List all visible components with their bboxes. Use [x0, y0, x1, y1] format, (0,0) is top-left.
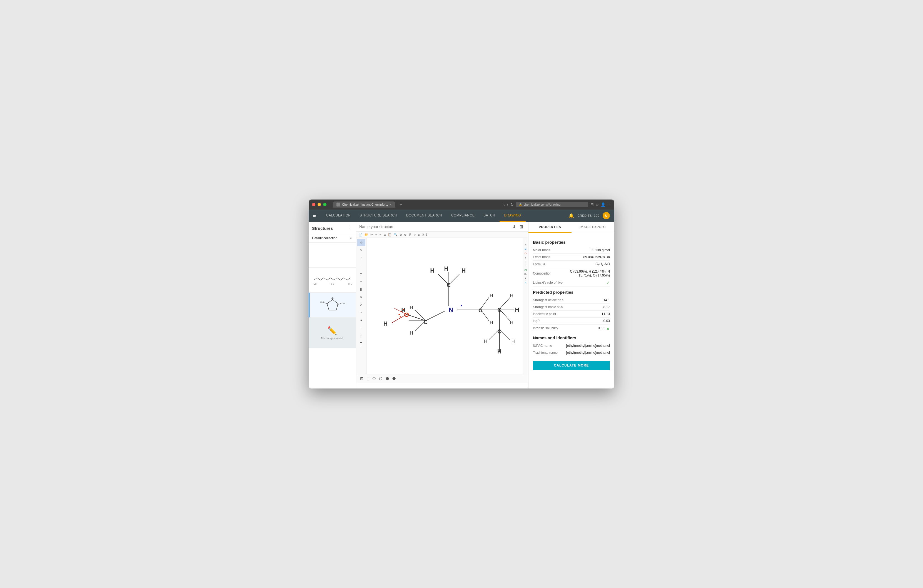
- remove-atom-tool[interactable]: −: [357, 278, 365, 285]
- element-S[interactable]: S: [523, 256, 528, 260]
- pencil-icon: ✏️: [327, 326, 337, 335]
- tab-favicon: [337, 202, 340, 207]
- main-navbar: ∞ CALCULATION STRUCTURE SEARCH DOCUMENT …: [309, 210, 614, 222]
- zoom-btn[interactable]: 🔍: [393, 233, 398, 237]
- eraser-tool[interactable]: /: [357, 255, 365, 262]
- structure-item-1[interactable]: [309, 243, 356, 268]
- redo-btn[interactable]: ↪: [374, 233, 378, 237]
- forward-button[interactable]: ›: [507, 202, 508, 207]
- new-structure-item[interactable]: ✏️ All changes saved.: [309, 318, 356, 348]
- bookmark-icon[interactable]: ☆: [595, 202, 599, 207]
- rect-tool[interactable]: □: [357, 332, 365, 340]
- new-tab-button[interactable]: +: [399, 202, 402, 207]
- settings-btn[interactable]: ⚙: [421, 233, 425, 237]
- panel-tabs: PROPERTIES IMAGE EXPORT: [529, 222, 614, 233]
- new-file-btn[interactable]: 📄: [358, 233, 363, 237]
- prop-iupac-label: IUPAC name: [533, 344, 566, 348]
- r-group-tool[interactable]: R: [357, 294, 365, 301]
- download-button[interactable]: ⬇: [511, 223, 517, 230]
- element-C[interactable]: C: [523, 243, 528, 247]
- add-atom-tool[interactable]: +: [357, 270, 365, 278]
- minimize-button[interactable]: [318, 203, 321, 206]
- calculate-more-button[interactable]: CALCULATE MORE: [533, 361, 610, 370]
- chain-btn[interactable]: ⛓: [408, 233, 412, 237]
- tab-properties[interactable]: PROPERTIES: [529, 222, 572, 233]
- template-btn-6[interactable]: ⬣: [391, 376, 396, 381]
- structure-item-3[interactable]: H₃C CH₃ CH₃: [309, 292, 356, 318]
- svg-text:C: C: [447, 282, 451, 288]
- element-A[interactable]: A: [523, 281, 528, 284]
- sidebar-header: Structures ⋮: [309, 222, 356, 234]
- nav-batch[interactable]: BATCH: [479, 210, 499, 222]
- nav-drawing[interactable]: DRAWING: [499, 210, 526, 222]
- cut-btn[interactable]: ✂: [379, 233, 382, 237]
- element-Cl[interactable]: Cl: [523, 268, 528, 272]
- element-P[interactable]: P: [523, 264, 528, 268]
- back-button[interactable]: ‹: [503, 202, 505, 207]
- logo[interactable]: ∞: [313, 213, 316, 219]
- element-N[interactable]: N: [523, 247, 528, 251]
- select-tool[interactable]: ⊹: [357, 239, 365, 246]
- profile-icon[interactable]: 👤: [601, 202, 605, 207]
- reload-button[interactable]: ↻: [511, 202, 514, 207]
- tool-panel: ⊹ ✎ / ~ + − [] R ↗ → ✦ · □ T: [356, 238, 366, 374]
- undo-btn[interactable]: ↩: [370, 233, 373, 237]
- extensions-icon[interactable]: ⊞: [590, 202, 594, 207]
- template-btn-1[interactable]: ⊡: [359, 376, 364, 381]
- zoom-in-btn[interactable]: ⊕: [399, 233, 402, 237]
- sidebar-menu-button[interactable]: ⋮: [348, 226, 352, 231]
- element-O[interactable]: O: [523, 251, 528, 255]
- prop-basic-pka-value: 8.17: [603, 305, 610, 309]
- nav-compliance[interactable]: COMPLIANCE: [447, 210, 479, 222]
- notifications-icon[interactable]: 🔔: [568, 213, 574, 218]
- template-btn-4[interactable]: ⬡: [378, 376, 383, 381]
- address-bar[interactable]: 🔒 chemicalize.com/#/drawing: [516, 202, 588, 207]
- collection-selector[interactable]: Default collection ▼: [309, 234, 356, 243]
- nav-calculation[interactable]: CALCULATION: [322, 210, 355, 222]
- element-I[interactable]: I: [523, 276, 528, 280]
- svg-text:H: H: [510, 293, 513, 298]
- template-btn-3[interactable]: ⬠: [371, 376, 376, 381]
- nav-structure-search[interactable]: STRUCTURE SEARCH: [355, 210, 401, 222]
- element-H[interactable]: H: [523, 239, 528, 243]
- reaction-tool[interactable]: →: [357, 309, 365, 316]
- prop-lipinski-value: ✓: [606, 280, 610, 285]
- open-btn[interactable]: 📂: [364, 233, 369, 237]
- text-tool[interactable]: T: [357, 340, 365, 347]
- prop-iupac-value: [ethyl(methyl)amino]methanol: [566, 344, 610, 348]
- copy-btn[interactable]: ⧉: [383, 233, 386, 237]
- info-btn[interactable]: ℹ: [425, 233, 428, 237]
- arrow-tool[interactable]: ↗: [357, 301, 365, 309]
- bracket-tool[interactable]: []: [357, 286, 365, 293]
- collection-arrow-icon: ▼: [350, 237, 352, 240]
- tab-image-export[interactable]: IMAGE EXPORT: [572, 222, 614, 233]
- lasso-tool[interactable]: ✎: [357, 247, 365, 254]
- element-Br[interactable]: Br: [523, 272, 528, 276]
- structure-item-2[interactable]: H₃C CH₃ CH₃: [309, 268, 356, 292]
- structure-name-input[interactable]: [359, 225, 510, 229]
- paste-btn[interactable]: 📋: [387, 233, 393, 237]
- tab-close-icon[interactable]: ✕: [389, 203, 392, 206]
- molecule-canvas[interactable]: H H H C H H O: [366, 238, 522, 374]
- template-btn-2[interactable]: ⌶: [366, 376, 370, 381]
- menu-icon[interactable]: ⋮: [607, 202, 611, 207]
- mapping-tool[interactable]: ✦: [357, 317, 365, 324]
- collection-name: Default collection: [312, 236, 337, 240]
- svg-text:C: C: [478, 307, 482, 314]
- delete-button[interactable]: 🗑: [518, 224, 525, 230]
- maximize-button[interactable]: [323, 203, 327, 206]
- molecule-svg: H H H C H H O: [366, 238, 522, 374]
- svg-text:H: H: [444, 265, 448, 272]
- align-btn[interactable]: ≡: [417, 233, 420, 237]
- dot-tool[interactable]: ·: [357, 325, 365, 332]
- avatar[interactable]: U: [603, 212, 610, 219]
- nav-document-search[interactable]: DOCUMENT SEARCH: [402, 210, 447, 222]
- template-btn-5[interactable]: ⬢: [385, 376, 390, 381]
- zoom-out-btn[interactable]: ⊖: [404, 233, 407, 237]
- close-button[interactable]: [312, 203, 315, 206]
- browser-tab[interactable]: Chemicalize - Instant Cheminfor... ✕: [333, 202, 395, 208]
- expand-btn[interactable]: ⤢: [413, 233, 417, 237]
- svg-line-5: [331, 278, 334, 280]
- chain-tool[interactable]: ~: [357, 262, 365, 269]
- element-F[interactable]: F: [523, 260, 528, 264]
